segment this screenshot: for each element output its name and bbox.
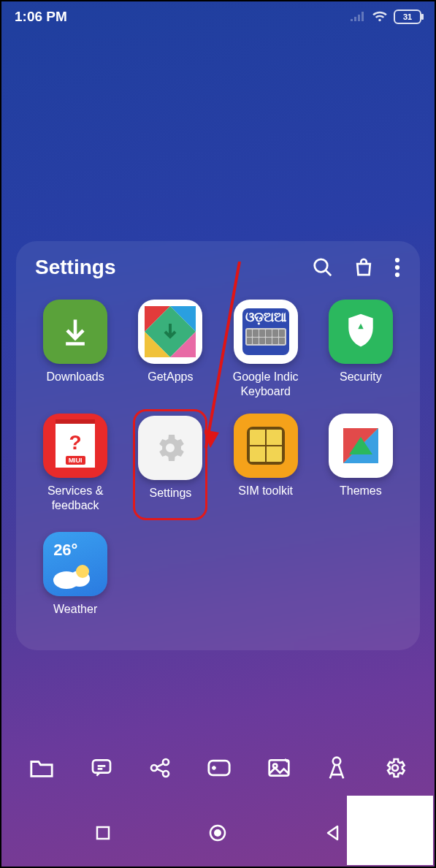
app-label: Services & feedback: [31, 484, 120, 513]
downloads-icon: [43, 300, 107, 364]
app-weather[interactable]: 26° Weather: [31, 532, 120, 631]
security-icon: [329, 300, 393, 364]
compass-icon[interactable]: [326, 755, 348, 780]
settings-folder: Settings Downloads: [16, 241, 420, 650]
svg-point-18: [76, 565, 89, 578]
games-icon[interactable]: [207, 758, 232, 778]
folder-title: Settings: [35, 256, 115, 279]
settings-icon: [138, 416, 202, 480]
folder-header: Settings: [31, 256, 405, 279]
miui-badge: MIUI: [66, 456, 85, 465]
files-icon[interactable]: [29, 757, 54, 779]
themes-icon: [329, 414, 393, 478]
status-time: 1:06 PM: [15, 9, 67, 25]
indic-script-text: ଓଡ଼ଅଆ: [245, 308, 286, 325]
app-grid: Downloads GetApps ଓଡ଼ଅଆ: [31, 300, 405, 631]
sim-toolkit-icon: [234, 414, 298, 478]
signal-icon: [350, 11, 366, 23]
svg-rect-24: [269, 760, 289, 775]
more-icon[interactable]: [394, 256, 401, 278]
app-settings[interactable]: Settings: [126, 414, 215, 517]
app-label: Google Indic Keyboard: [221, 370, 310, 399]
svg-point-6: [395, 273, 399, 277]
nav-recent-button[interactable]: [93, 823, 113, 843]
folder-actions: [312, 256, 401, 278]
indic-keyboard-icon: ଓଡ଼ଅଆ: [234, 300, 298, 364]
battery-icon: 31: [394, 9, 421, 24]
svg-marker-31: [328, 826, 337, 840]
svg-line-3: [326, 270, 331, 275]
app-label: Weather: [53, 602, 97, 631]
app-getapps[interactable]: GetApps: [126, 300, 215, 399]
wifi-icon: [372, 11, 388, 23]
gallery-icon[interactable]: [267, 757, 291, 779]
svg-point-5: [395, 265, 399, 270]
svg-point-2: [315, 259, 328, 273]
app-label: Security: [340, 370, 382, 399]
svg-rect-28: [97, 827, 109, 839]
dock: [1, 748, 435, 788]
svg-point-30: [214, 829, 221, 837]
svg-point-21: [163, 759, 169, 765]
nav-home-button[interactable]: [207, 823, 228, 843]
messages-icon[interactable]: [90, 756, 113, 780]
app-label: Themes: [340, 484, 382, 513]
app-sim-toolkit[interactable]: SIM toolkit: [221, 414, 310, 517]
app-label: GetApps: [148, 370, 193, 399]
status-icons: 31: [350, 9, 421, 24]
share-icon[interactable]: [148, 756, 172, 780]
status-bar: 1:06 PM 31: [1, 1, 435, 32]
annotation-highlight: Settings: [133, 409, 207, 520]
svg-point-20: [151, 765, 157, 771]
question-mark: ?: [69, 431, 82, 454]
settings-gear-icon[interactable]: [383, 756, 407, 780]
app-themes[interactable]: Themes: [316, 414, 405, 517]
weather-temperature: 26°: [53, 541, 77, 560]
overlay-box: [347, 796, 433, 865]
app-label: Downloads: [47, 370, 104, 399]
app-label: Settings: [138, 486, 202, 515]
weather-icon: 26°: [43, 532, 107, 596]
services-feedback-icon: ? MIUI: [43, 414, 107, 478]
app-downloads[interactable]: Downloads: [31, 300, 120, 399]
svg-point-27: [392, 765, 398, 771]
getapps-icon: [138, 300, 202, 364]
svg-point-26: [333, 758, 340, 765]
bag-icon[interactable]: [353, 256, 375, 278]
search-icon[interactable]: [312, 256, 334, 278]
app-services-feedback[interactable]: ? MIUI Services & feedback: [31, 414, 120, 517]
svg-point-4: [395, 258, 399, 262]
svg-point-22: [163, 771, 169, 777]
app-security[interactable]: Security: [316, 300, 405, 399]
app-label: SIM toolkit: [238, 484, 293, 513]
app-google-indic-keyboard[interactable]: ଓଡ଼ଅଆ Google Indic Keyboard: [221, 300, 310, 399]
nav-back-button[interactable]: [323, 823, 343, 843]
